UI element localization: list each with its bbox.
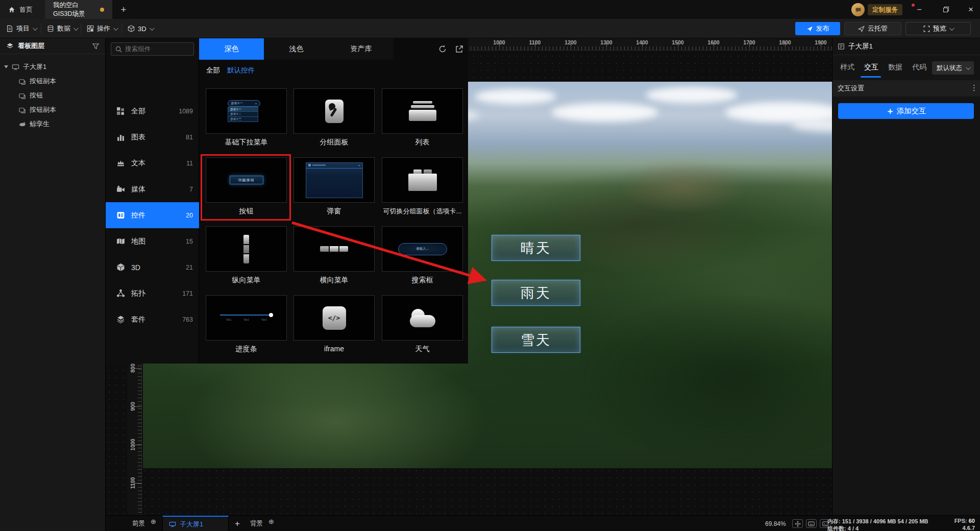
menu-3d[interactable]: 3D — [128, 19, 153, 38]
menu-label: 操作 — [97, 24, 110, 33]
open-in-new-icon[interactable] — [455, 44, 464, 54]
theme-tab-dark[interactable]: 深色 — [199, 38, 264, 60]
filter-default-widgets[interactable]: 默认控件 — [227, 66, 255, 75]
card-thumb-tab-panel[interactable] — [382, 157, 463, 203]
screen-tab-active[interactable]: 子大屏1 — [162, 516, 229, 531]
card-thumb-search-box[interactable]: 请输入... — [382, 226, 463, 272]
preview-button[interactable]: 预览 — [905, 22, 971, 35]
ruler-number: 900 — [130, 396, 137, 417]
category-label: 控件 — [131, 211, 145, 220]
category-count: 21 — [186, 264, 193, 271]
minimize-button[interactable]: − — [909, 0, 930, 19]
cloud-icon — [410, 315, 435, 327]
customer-service-icon[interactable] — [851, 3, 865, 16]
category-kits[interactable]: 套件 763 — [106, 306, 199, 332]
background-label[interactable]: 背景 — [250, 516, 263, 531]
card-thumb-list[interactable] — [382, 88, 463, 134]
card-thumb-horizontal-menu[interactable] — [293, 226, 375, 272]
card-thumb-dropdown[interactable]: 选项卡一▼ 选项卡一 选项卡二 选项卡三 — [206, 88, 287, 134]
category-text[interactable]: 文本 11 — [106, 150, 199, 176]
category-label: 文本 — [131, 159, 145, 168]
bar-chart-icon — [116, 133, 125, 141]
ruler-number: 1000 — [493, 39, 505, 45]
keyboard-shortcuts-icon[interactable] — [806, 519, 817, 528]
layer-root-screen[interactable]: 子大屏1 — [0, 60, 106, 74]
close-button[interactable]: × — [962, 0, 980, 19]
customer-service-badge[interactable]: 定制服务 — [868, 4, 902, 15]
layer-label: 按钮 — [30, 91, 43, 100]
ruler-number: 1300 — [600, 39, 612, 45]
add-interaction-label: 添加交互 — [897, 106, 926, 116]
layers-icon — [6, 42, 14, 50]
button-component-icon — [18, 78, 26, 85]
add-foreground-icon[interactable]: ⊕ — [151, 516, 156, 531]
card-thumb-vertical-menu[interactable] — [206, 226, 287, 272]
cloud-hosting-button[interactable]: 云托管 — [844, 22, 901, 35]
card-thumb-iframe[interactable]: </> — [293, 295, 375, 341]
tab-interaction[interactable]: 交互 — [864, 63, 878, 72]
add-interaction-button[interactable]: ＋ 添加交互 — [838, 103, 974, 119]
category-label: 3D — [131, 263, 140, 272]
main-toolbar: 项目 数据 操作 3D 发布 云托管 预览 — [0, 19, 980, 38]
kebab-menu-icon[interactable]: ⋮ — [970, 83, 978, 92]
card-thumb-progress[interactable]: Tab1Tab2Tab3 — [206, 295, 287, 341]
filter-icon[interactable] — [92, 42, 100, 50]
category-media[interactable]: 媒体 7 — [106, 176, 199, 202]
filter-all[interactable]: 全部 — [206, 66, 220, 75]
layer-item-whale-twin[interactable]: 鲸孪生 — [0, 117, 106, 131]
chevron-down-icon — [33, 26, 38, 31]
tab-scene-active[interactable]: 我的空白GIS3D场景 — [45, 0, 112, 19]
fit-to-screen-icon[interactable] — [792, 519, 803, 528]
weather-button-rainy[interactable]: 雨天 — [492, 280, 580, 306]
text-icon — [116, 159, 125, 167]
publish-button[interactable]: 发布 — [795, 22, 840, 35]
weather-button-snowy[interactable]: 雪天 — [492, 327, 580, 353]
menu-project[interactable]: 项目 — [6, 19, 36, 38]
category-map[interactable]: 地图 15 — [106, 228, 199, 254]
database-icon — [47, 25, 54, 32]
caret-down-icon[interactable] — [4, 65, 8, 68]
tab-data[interactable]: 数据 — [888, 63, 902, 72]
card-thumb-modal[interactable]: × — [293, 157, 375, 203]
zoom-level[interactable]: 69.84% — [765, 516, 786, 531]
layer-item-button-copy[interactable]: 按钮副本 — [0, 74, 106, 88]
menu-operate[interactable]: 操作 — [87, 19, 117, 38]
category-topology[interactable]: 拓扑 171 — [106, 280, 199, 306]
card-thumb-weather[interactable] — [382, 295, 463, 341]
refresh-icon[interactable] — [438, 44, 447, 54]
category-widgets-selected[interactable]: 控件 20 — [106, 202, 199, 228]
app-window: 1000 1100 1200 1300 1400 1500 1600 1700 … — [0, 0, 980, 531]
section-title: 交互设置 — [838, 84, 864, 93]
layer-label: 鲸孪生 — [30, 119, 50, 129]
state-selector-dropdown[interactable]: 默认状态 — [932, 61, 974, 75]
category-3d[interactable]: 3D 21 — [106, 254, 199, 280]
grid-all-icon — [116, 107, 125, 115]
add-screen-button[interactable]: + — [235, 516, 240, 531]
component-search[interactable] — [111, 42, 194, 56]
category-all[interactable]: 全部 1089 — [106, 98, 199, 124]
layer-item-button[interactable]: 按钮 — [0, 88, 106, 103]
theme-tab-light[interactable]: 浅色 — [264, 38, 329, 60]
category-count: 171 — [182, 290, 193, 297]
category-charts[interactable]: 图表 81 — [106, 124, 199, 150]
search-input[interactable] — [125, 45, 181, 53]
add-background-icon[interactable]: ⊕ — [268, 516, 274, 531]
tab-code[interactable]: 代码 — [912, 63, 926, 72]
category-label: 拓扑 — [131, 289, 145, 298]
weather-button-sunny[interactable]: 晴天 — [492, 235, 580, 261]
category-count: 7 — [189, 186, 193, 193]
layer-label: 子大屏1 — [23, 62, 46, 71]
menu-data[interactable]: 数据 — [47, 19, 77, 38]
card-thumb-group-panel[interactable] — [293, 88, 375, 134]
foreground-label[interactable]: 前景 — [132, 516, 145, 531]
tab-style[interactable]: 样式 — [840, 63, 854, 72]
tab-home[interactable]: 首页 — [0, 0, 45, 19]
theme-tab-assets[interactable]: 资产库 — [329, 38, 394, 60]
card-label: 可切换分组面板（选项卡... — [382, 207, 463, 216]
card-label: 弹窗 — [293, 207, 375, 216]
restore-button[interactable] — [935, 0, 957, 19]
new-tab-button[interactable]: + — [116, 3, 131, 17]
layer-item-button-copy2[interactable]: 按钮副本 — [0, 103, 106, 117]
fps-value: 60 — [969, 518, 975, 524]
layers-panel-header: 看板图层 — [0, 38, 106, 54]
